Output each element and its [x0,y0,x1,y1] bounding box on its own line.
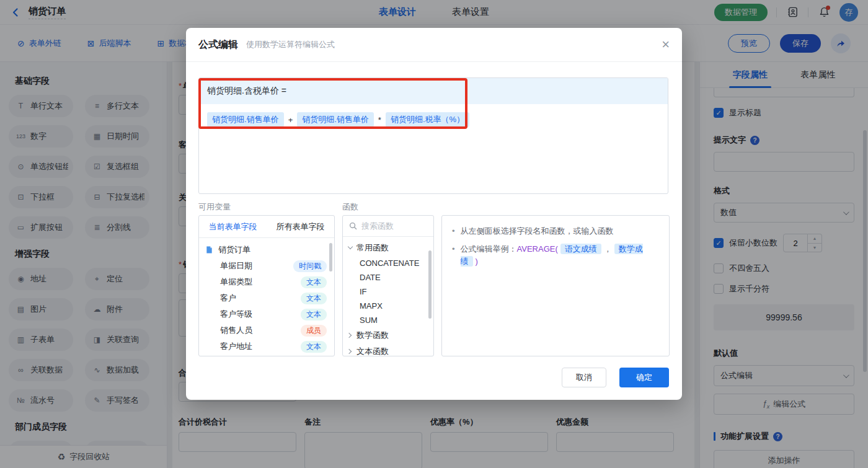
variable-name: 客户等级 [220,309,252,320]
variable-row[interactable]: 客户等级文本 [199,306,334,322]
functions-label: 函数 [342,201,358,213]
function-search-input[interactable] [361,221,423,231]
bullet-icon: • [452,243,455,268]
variables-root-label: 销货订单 [218,244,250,255]
function-group[interactable]: 文本函数 [343,343,433,356]
formula-operator: + [288,115,293,125]
formula-editor-modal: 公式编辑 使用数学运算符编辑公式 × 销货明细.含税单价 = 销货明细.销售单价… [186,28,682,400]
function-group[interactable]: 常用函数 [343,240,433,256]
variable-type-badge: 时间戳 [293,260,327,272]
functions-scrollbar[interactable] [428,250,432,319]
function-group-label: 常用函数 [356,242,389,254]
variable-name: 销售人员 [220,325,252,336]
functions-panel: 常用函数CONCATENATEDATEIFMAPXSUM数学函数文本函数 [342,215,434,356]
variables-root-node[interactable]: 销货订单 [199,242,334,258]
function-search [343,216,433,237]
variable-name: 客户 [220,293,236,304]
form-designer-page: 销货订单 表单设计表单设置 数据管理 存 ⊘表单外链⊠后端脚本⊞数据权限 预览 … [0,0,868,468]
function-item[interactable]: IF [343,285,433,299]
variables-scrollbar[interactable] [329,243,332,272]
variable-name: 单据日期 [220,260,252,272]
formula-field-chip[interactable]: 销货明细.税率（%） [386,112,469,127]
variable-type-badge: 成员 [301,325,327,337]
function-group[interactable]: 数学函数 [343,327,433,343]
variables-tab-0[interactable]: 当前表单字段 [199,216,267,237]
formula-field-chip[interactable]: 销货明细.销售单价 [207,112,284,127]
help-tip-example: 公式编辑举例：AVERAGE(语文成绩，数学成绩) [461,243,659,268]
variables-panel: 当前表单字段所有表单字段 销货订单单据日期时间戳单据类型文本客户文本客户等级文本… [198,215,335,356]
formula-target: 销货明细.含税单价 = [199,78,668,104]
help-example-separator: ， [604,244,612,254]
bullet-icon: • [452,225,455,237]
cancel-button[interactable]: 取消 [562,368,606,387]
variable-row[interactable]: 单据日期时间戳 [199,258,334,274]
variable-name: 客户地址 [220,341,252,352]
formula-help-panel: • 从左侧面板选择字段名和函数，或输入函数 • 公式编辑举例：AVERAGE(语… [441,215,670,356]
formula-operator: * [378,115,381,125]
doc-icon [205,245,214,254]
function-group-label: 文本函数 [356,346,389,356]
variable-type-badge: 文本 [301,293,327,304]
variable-row[interactable]: 客户文本 [199,290,334,306]
variable-type-badge: 文本 [301,341,327,353]
function-item[interactable]: SUM [343,313,433,327]
help-example-function: AVERAGE( [517,244,558,254]
chevron-down-icon [348,245,353,250]
variable-type-badge: 文本 [301,276,327,288]
function-item[interactable]: CONCATENATE [343,256,433,270]
help-example-arg-chip[interactable]: 语文成绩 [560,244,601,254]
formula-input-area[interactable]: 销货明细.含税单价 = 销货明细.销售单价+销货明细.销售单价*销货明细.税率（… [198,77,668,194]
variables-label: 可用变量 [198,201,231,213]
modal-subtitle: 使用数学运算符编辑公式 [246,39,335,50]
close-icon[interactable]: × [662,38,670,51]
function-item[interactable]: MAPX [343,299,433,313]
variable-row[interactable]: 销售人员成员 [199,322,334,338]
variable-type-badge: 文本 [301,309,327,320]
function-group-label: 数学函数 [356,330,389,341]
help-tip-1: 从左侧面板选择字段名和函数，或输入函数 [461,225,614,237]
variable-name: 单据类型 [220,276,252,288]
search-icon [349,222,357,230]
chevron-right-icon [348,349,353,354]
variable-row[interactable]: 单据类型文本 [199,274,334,290]
formula-field-chip[interactable]: 销货明细.销售单价 [297,112,374,127]
confirm-button[interactable]: 确定 [619,368,669,387]
help-example-prefix: 公式编辑举例： [461,244,517,254]
function-item[interactable]: DATE [343,270,433,285]
help-example-function: ) [476,257,478,266]
variables-tab-1[interactable]: 所有表单字段 [267,216,334,237]
variable-row[interactable]: 客户地址文本 [199,338,334,355]
chevron-right-icon [348,333,353,338]
modal-title: 公式编辑 [198,38,238,51]
